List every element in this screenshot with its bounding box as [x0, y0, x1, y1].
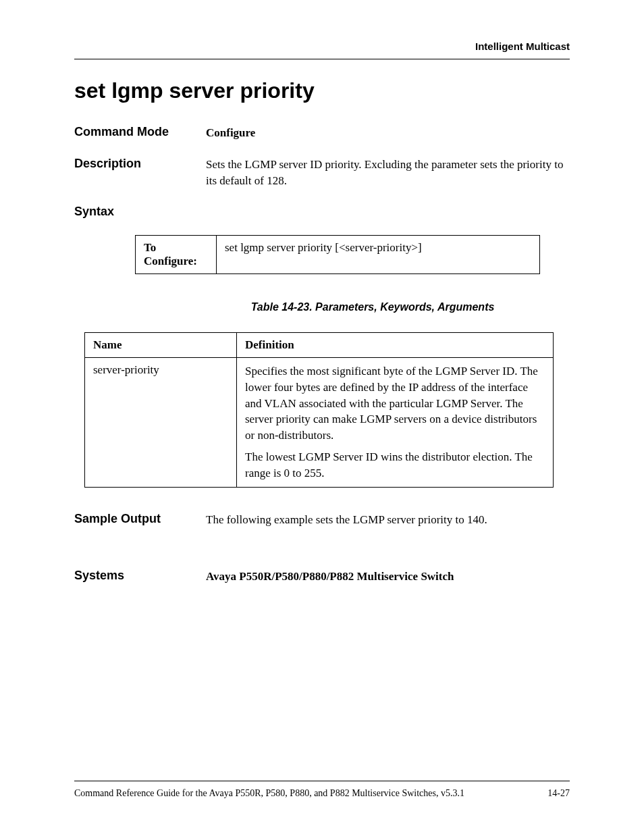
syntax-label: Syntax [74, 205, 570, 219]
sample-output-label: Sample Output [74, 512, 206, 526]
sample-output-value: The following example sets the LGMP serv… [206, 512, 570, 529]
params-header-name: Name [85, 332, 237, 357]
description-row: Description Sets the LGMP server ID prio… [74, 157, 570, 190]
page-footer: Command Reference Guide for the Avaya P5… [74, 781, 570, 799]
footer-page-number: 14-27 [547, 788, 570, 799]
params-header-definition: Definition [237, 332, 554, 357]
footer-guide-title: Command Reference Guide for the Avaya P5… [74, 788, 464, 799]
page-title: set lgmp server priority [74, 78, 570, 103]
param-name-cell: server-priority [85, 357, 237, 487]
description-label: Description [74, 157, 206, 171]
syntax-row-value: set lgmp server priority [<server-priori… [217, 235, 540, 273]
table-header-row: Name Definition [85, 332, 554, 357]
sample-output-row: Sample Output The following example sets… [74, 512, 570, 529]
command-mode-label: Command Mode [74, 125, 206, 139]
command-mode-value: Configure [206, 125, 570, 142]
param-definition-cell: Specifies the most significant byte of t… [237, 357, 554, 487]
description-value: Sets the LGMP server ID priority. Exclud… [206, 157, 570, 190]
systems-label: Systems [74, 569, 206, 583]
param-def-para2: The lowest LGMP Server ID wins the distr… [245, 449, 545, 481]
table-row: To Configure: set lgmp server priority [… [136, 235, 540, 273]
table-row: server-priority Specifies the most signi… [85, 357, 554, 487]
param-def-para1: Specifies the most significant byte of t… [245, 363, 545, 444]
command-mode-row: Command Mode Configure [74, 125, 570, 142]
syntax-table: To Configure: set lgmp server priority [… [135, 235, 540, 274]
params-table: Name Definition server-priority Specifie… [84, 332, 554, 488]
header-section-title: Intelligent Multicast [74, 41, 570, 59]
systems-row: Systems Avaya P550R/P580/P880/P882 Multi… [74, 569, 570, 585]
systems-value: Avaya P550R/P580/P880/P882 Multiservice … [206, 569, 570, 585]
syntax-row-label: To Configure: [136, 235, 217, 273]
params-table-caption: Table 14-23. Parameters, Keywords, Argum… [176, 301, 570, 313]
